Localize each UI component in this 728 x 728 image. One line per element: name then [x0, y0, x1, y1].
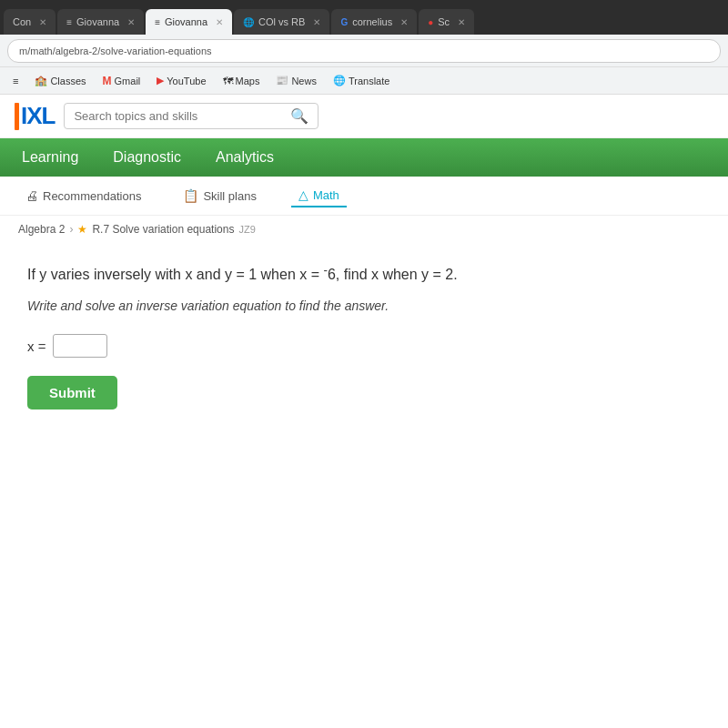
ixl-header: IXL 🔍 [0, 95, 728, 138]
tab-giovanna1[interactable]: ≡ Giovanna ✕ [57, 9, 144, 35]
problem-instruction: Write and solve an inverse variation equ… [27, 297, 701, 316]
bookmark-maps[interactable]: 🗺 Maps [217, 74, 266, 88]
subnav-math-label: Math [313, 188, 339, 202]
nav-analytics[interactable]: Analytics [212, 147, 278, 167]
nav-learning-label: Learning [22, 149, 78, 165]
breadcrumb: Algebra 2 › ★ R.7 Solve variation equati… [0, 216, 728, 243]
nav-learning[interactable]: Learning [18, 147, 82, 167]
answer-input[interactable] [53, 334, 107, 358]
bookmark-classes-label: Classes [50, 76, 86, 86]
bookmark-translate-label: Translate [349, 76, 389, 86]
bookmark-gmail-label: Gmail [115, 76, 141, 86]
tab-giovanna2-icon: ≡ [155, 17, 160, 27]
problem-area: If y varies inversely with x and y = 1 w… [0, 243, 728, 428]
tab-bar: Con ✕ ≡ Giovanna ✕ ≡ Giovanna ✕ 🌐 COl vs… [0, 0, 728, 35]
tab-cornelius-label: cornelius [352, 16, 392, 27]
nav-diagnostic-label: Diagnostic [113, 149, 181, 165]
bookmark-translate[interactable]: 🌐 Translate [328, 73, 395, 88]
tab-sc-icon: ● [428, 17, 433, 27]
tab-sc-label: Sc [438, 16, 450, 27]
breadcrumb-code: JZ9 [238, 224, 255, 235]
subnav-skill-plans[interactable]: 📋 Skill plans [176, 184, 264, 207]
breadcrumb-parent[interactable]: Algebra 2 [18, 223, 65, 236]
breadcrumb-current[interactable]: R.7 Solve variation equations [92, 223, 234, 236]
bookmark-gmail[interactable]: M Gmail [97, 73, 147, 89]
breadcrumb-separator: › [69, 223, 73, 236]
tab-con-label: Con [13, 16, 31, 27]
recommendations-icon: 🖨 [25, 188, 38, 203]
bookmarks-bar: ≡ 🏫 Classes M Gmail ▶ YouTube 🗺 Maps 📰 N… [0, 67, 728, 95]
url-input[interactable]: m/math/algebra-2/solve-variation-equatio… [7, 39, 721, 63]
browser: Con ✕ ≡ Giovanna ✕ ≡ Giovanna ✕ 🌐 COl vs… [0, 0, 728, 728]
math-icon: △ [298, 187, 308, 202]
ixl-logo-bar [15, 103, 19, 130]
bookmark-youtube-label: YouTube [167, 76, 206, 86]
bookmark-youtube[interactable]: ▶ YouTube [151, 73, 211, 88]
screen: Con ✕ ≡ Giovanna ✕ ≡ Giovanna ✕ 🌐 COl vs… [0, 0, 728, 728]
nav-analytics-label: Analytics [216, 149, 274, 165]
subnav-math[interactable]: △ Math [291, 184, 347, 207]
tab-sc-close[interactable]: ✕ [458, 17, 465, 27]
address-bar: m/math/algebra-2/solve-variation-equatio… [0, 35, 728, 67]
skill-plans-icon: 📋 [183, 188, 198, 203]
subnav-recommendations[interactable]: 🖨 Recommendations [18, 184, 148, 207]
tab-con-close[interactable]: ✕ [39, 17, 46, 27]
bookmark-maps-icon: 🗺 [223, 76, 233, 86]
bookmark-news[interactable]: 📰 News [270, 73, 322, 88]
subnav-recommendations-label: Recommendations [43, 189, 141, 203]
bookmark-classes[interactable]: 🏫 Classes [29, 73, 91, 88]
nav-diagnostic[interactable]: Diagnostic [109, 147, 185, 167]
tab-giovanna2-label: Giovanna [165, 16, 207, 27]
tab-giovanna1-icon: ≡ [66, 17, 72, 27]
ixl-logo: IXL [15, 102, 55, 130]
bookmark-youtube-icon: ▶ [157, 75, 164, 86]
nav-bar: Learning Diagnostic Analytics [0, 138, 728, 177]
tab-sc[interactable]: ● Sc ✕ [419, 9, 474, 35]
bookmark-apps-icon: ≡ [13, 76, 18, 86]
tab-giovanna1-close[interactable]: ✕ [127, 17, 135, 27]
tab-con[interactable]: Con ✕ [4, 9, 56, 35]
tab-col-rb-icon: 🌐 [243, 17, 254, 27]
answer-label: x = [27, 339, 46, 354]
search-input[interactable] [74, 109, 283, 123]
tab-cornelius[interactable]: G cornelius ✕ [331, 9, 417, 35]
tab-giovanna1-label: Giovanna [76, 16, 119, 27]
tab-col-rb-close[interactable]: ✕ [313, 17, 320, 27]
answer-row: x = [27, 334, 701, 358]
url-text: m/math/algebra-2/solve-variation-equatio… [19, 46, 212, 56]
tab-giovanna2-close[interactable]: ✕ [216, 17, 223, 27]
bookmark-gmail-icon: M [103, 75, 112, 87]
tab-cornelius-icon: G [340, 17, 348, 27]
bookmark-translate-icon: 🌐 [333, 75, 346, 86]
bookmark-news-label: News [291, 76, 317, 86]
tab-col-rb[interactable]: 🌐 COl vs RB ✕ [234, 9, 329, 35]
bookmark-apps[interactable]: ≡ [7, 74, 24, 88]
breadcrumb-star-icon: ★ [77, 223, 87, 236]
ixl-logo-text: IXL [21, 102, 55, 130]
tab-cornelius-close[interactable]: ✕ [400, 17, 408, 27]
search-box[interactable]: 🔍 [64, 103, 318, 129]
tab-giovanna2[interactable]: ≡ Giovanna ✕ [146, 9, 232, 35]
subnav-skill-plans-label: Skill plans [203, 189, 257, 203]
bookmark-news-icon: 📰 [276, 75, 288, 86]
bookmark-classes-icon: 🏫 [35, 75, 47, 86]
submit-button[interactable]: Submit [27, 376, 117, 410]
tab-col-rb-label: COl vs RB [258, 16, 305, 27]
search-icon: 🔍 [290, 107, 308, 125]
problem-question: If y varies inversely with x and y = 1 w… [27, 261, 701, 286]
bookmark-maps-label: Maps [236, 76, 260, 86]
content-area: IXL 🔍 Learning Diagnostic Analytics [0, 95, 728, 728]
sub-nav: 🖨 Recommendations 📋 Skill plans △ Math [0, 177, 728, 216]
